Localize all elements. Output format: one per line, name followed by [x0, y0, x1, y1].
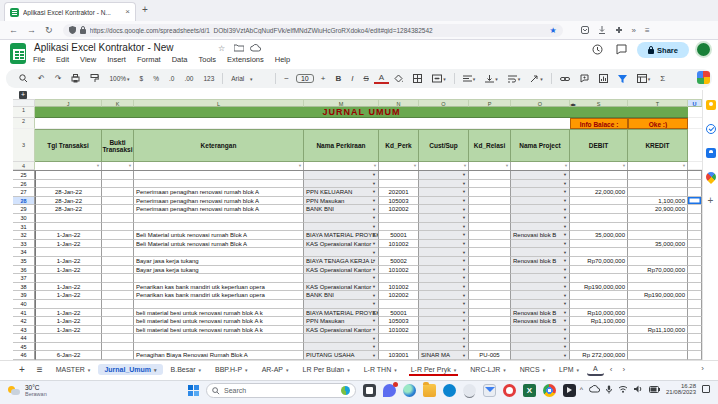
grid-cell-kd-25[interactable]: [379, 171, 419, 180]
dropdown-arrow-icon[interactable]: ▼: [372, 328, 376, 332]
grid-cell-date-46[interactable]: 6-Jan-22: [35, 351, 102, 360]
hidden-icons-chevron[interactable]: ^: [580, 386, 583, 393]
dropdown-arrow-icon[interactable]: ▼: [372, 208, 376, 212]
grid-cell-kredit-39[interactable]: Rp190,000,000: [628, 291, 688, 300]
grid-cell-kd-44[interactable]: [379, 334, 419, 343]
grid-cell-bukti-31[interactable]: [102, 223, 134, 232]
grid-cell-bukti-32[interactable]: [102, 231, 134, 240]
grid-cell-U-30[interactable]: [688, 214, 702, 223]
grid-cell-ket-29[interactable]: Penerimaan penagihan renovasi rumah blok…: [134, 205, 304, 214]
dropdown-arrow-icon[interactable]: ▼: [462, 319, 466, 323]
select-all-corner[interactable]: [13, 99, 35, 107]
tab-menu-icon[interactable]: ▾: [577, 367, 580, 373]
table-header-ket[interactable]: Keterangan: [134, 129, 304, 162]
filter-cell-rel[interactable]: ▼: [469, 162, 511, 170]
table-header-rel[interactable]: Kd_Relasi: [469, 129, 511, 162]
grid-cell-kredit-32[interactable]: [628, 231, 688, 240]
grid-cell-debit-35[interactable]: Rp70,000,000: [570, 257, 628, 266]
sheet-title-cell[interactable]: JURNAL UMUM: [35, 107, 688, 118]
dropdown-arrow-icon[interactable]: ▼: [372, 302, 376, 306]
grid-cell-rel-45[interactable]: [469, 343, 511, 352]
grid-cell-U-29[interactable]: [688, 205, 702, 214]
grid-cell-cust-36[interactable]: ▼: [419, 266, 469, 275]
zoom-select[interactable]: 100% ▾: [104, 75, 134, 82]
grid-cell-U-40[interactable]: [688, 300, 702, 309]
grid-cell-kd-31[interactable]: [379, 223, 419, 232]
grid-cell-rel-37[interactable]: [469, 274, 511, 283]
font-size-input[interactable]: 10: [296, 74, 314, 83]
taskbar-search[interactable]: Search: [206, 383, 356, 398]
grid-cell-kd-42[interactable]: 105003: [379, 317, 419, 326]
filter-dropdown-icon[interactable]: ▼: [373, 164, 377, 168]
dropdown-arrow-icon[interactable]: ▼: [563, 294, 567, 298]
grid-cell-perk-30[interactable]: ▼: [304, 214, 379, 223]
row-header-28[interactable]: 28: [13, 197, 35, 206]
grid-cell-rel-43[interactable]: [469, 326, 511, 335]
grid-cell-kredit-41[interactable]: [628, 309, 688, 318]
grid-cell-ket-28[interactable]: Penerimaan penagihan renovasi rumah blok…: [134, 197, 304, 206]
grid-cell-perk-41[interactable]: BIAYA MATERIAL PROYEK▼: [304, 309, 379, 318]
insert-chart-icon[interactable]: [594, 74, 613, 83]
grid-cell-U-39[interactable]: [688, 291, 702, 300]
grid-cell-kredit-46[interactable]: [628, 351, 688, 360]
grid-cell-debit-28[interactable]: [570, 197, 628, 206]
dropdown-arrow-icon[interactable]: ▼: [563, 190, 567, 194]
grid-cell-U-28[interactable]: [688, 197, 702, 206]
grid-cell-date-45[interactable]: [35, 343, 102, 352]
extensions-icon[interactable]: [615, 26, 623, 34]
column-header-J[interactable]: J: [35, 99, 102, 107]
grid-cell-perk-31[interactable]: ▼: [304, 223, 379, 232]
grid-cell-kd-33[interactable]: 101002: [379, 240, 419, 249]
grid-cell-debit-46[interactable]: Rp 272,000,000: [570, 351, 628, 360]
grid-cell-ket-26[interactable]: [134, 180, 304, 189]
dropdown-arrow-icon[interactable]: ▼: [462, 259, 466, 263]
print-icon[interactable]: [66, 74, 85, 83]
grid-cell-U-44[interactable]: [688, 334, 702, 343]
grid-cell-U-26[interactable]: [688, 180, 702, 189]
grid-cell-debit-36[interactable]: [570, 266, 628, 275]
grid-cell-bukti-37[interactable]: [102, 274, 134, 283]
row-header-44[interactable]: 44: [13, 334, 35, 343]
grid-cell-proj-39[interactable]: ▼: [511, 291, 570, 300]
grid-cell-kd-32[interactable]: 50001: [379, 231, 419, 240]
grid-cell-cust-27[interactable]: ▼: [419, 188, 469, 197]
grid-cell-ket-35[interactable]: Bayar jasa kerja tukang: [134, 257, 304, 266]
grid-cell-rel-36[interactable]: [469, 266, 511, 275]
info-balance-label-cell[interactable]: Info Balace :: [570, 118, 628, 129]
dropdown-arrow-icon[interactable]: ▼: [563, 328, 567, 332]
grid-cell-U-45[interactable]: [688, 343, 702, 352]
row-header-41[interactable]: 41: [13, 309, 35, 318]
grid-cell-U-38[interactable]: [688, 283, 702, 292]
close-tab-icon[interactable]: ×: [125, 8, 130, 16]
grid-cell-rel-38[interactable]: [469, 283, 511, 292]
column-header-M[interactable]: M: [304, 99, 379, 107]
grid-cell-proj-35[interactable]: Renovasi blok B▼: [511, 257, 570, 266]
dropdown-arrow-icon[interactable]: ▼: [563, 182, 567, 186]
dropdown-arrow-icon[interactable]: ▼: [462, 173, 466, 177]
decrease-decimals-button[interactable]: .0: [164, 75, 179, 82]
dropdown-arrow-icon[interactable]: ▼: [372, 345, 376, 349]
dropdown-arrow-icon[interactable]: ▼: [372, 173, 376, 177]
menu-format[interactable]: Format: [137, 55, 161, 64]
grid-cell-bukti-45[interactable]: [102, 343, 134, 352]
column-header-O[interactable]: O: [419, 99, 469, 107]
format-percent-button[interactable]: %: [148, 75, 164, 82]
grid-cell-debit-29[interactable]: [570, 205, 628, 214]
font-select[interactable]: Arial ▾: [226, 75, 272, 82]
dropdown-arrow-icon[interactable]: ▼: [372, 190, 376, 194]
grid-cell-rel-30[interactable]: [469, 214, 511, 223]
dropdown-arrow-icon[interactable]: ▼: [462, 302, 466, 306]
row-header-34[interactable]: 34: [13, 248, 35, 257]
download-icon[interactable]: [598, 26, 606, 34]
grid-cell-debit-39[interactable]: [570, 291, 628, 300]
dropdown-arrow-icon[interactable]: ▼: [462, 225, 466, 229]
vertical-align-icon[interactable]: ▾: [480, 75, 503, 83]
grid-cell-cust-43[interactable]: ▼: [419, 326, 469, 335]
add-sheet-icon[interactable]: +: [14, 364, 30, 375]
grid-cell-proj-46[interactable]: ▼: [511, 351, 570, 360]
menu-edit[interactable]: Edit: [56, 55, 69, 64]
grid-cell[interactable]: [688, 118, 702, 129]
sheet-tab-nrcs[interactable]: NRCS▾: [514, 364, 551, 375]
edge-icon[interactable]: [403, 384, 416, 397]
browser-tab[interactable]: Aplikasi Excel Kontraktor - N... ×: [4, 2, 136, 21]
